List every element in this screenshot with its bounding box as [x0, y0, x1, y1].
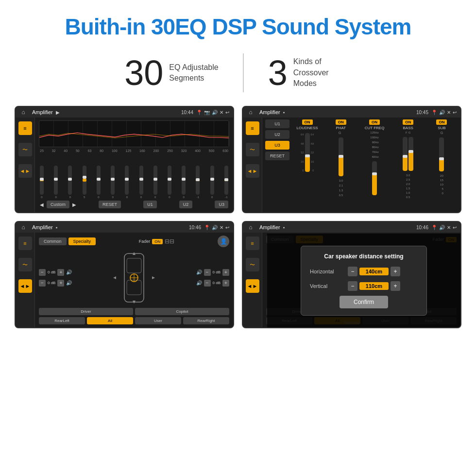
u1-btn[interactable]: U1 — [143, 201, 157, 208]
slider-track[interactable] — [68, 166, 72, 195]
eq-slider-2: 0 — [68, 166, 72, 199]
copilot-btn[interactable]: Copilot — [135, 308, 229, 315]
home-icon[interactable]: ⌂ — [247, 223, 255, 231]
vertical-minus-btn[interactable]: − — [348, 281, 357, 291]
vol-tl-minus[interactable]: − — [39, 269, 46, 276]
u2-btn[interactable]: U2 — [179, 201, 193, 208]
slider-track[interactable] — [54, 166, 58, 195]
crossover-sidebar-vol[interactable]: ◄► — [246, 164, 259, 178]
slider-thumb — [210, 178, 214, 181]
vol-br-plus[interactable]: + — [222, 280, 229, 287]
next-icon[interactable]: ▶ — [72, 202, 76, 207]
rearright-btn[interactable]: RearRight — [183, 317, 229, 324]
freq-25: 25 — [40, 149, 44, 152]
freq-250: 250 — [167, 149, 173, 152]
vol-bl-minus[interactable]: − — [39, 280, 46, 287]
eq-sidebar-eq-btn[interactable]: ≡ — [18, 121, 32, 135]
vertical-plus-btn[interactable]: + — [391, 281, 400, 291]
common-btn[interactable]: Common — [39, 237, 67, 245]
reset-btn[interactable]: RESET — [99, 201, 121, 208]
car-svg — [112, 251, 156, 304]
prev-icon[interactable]: ◀ — [40, 202, 44, 207]
crossover-reset-btn[interactable]: RESET — [265, 152, 289, 160]
slider-track[interactable] — [97, 166, 101, 195]
horizontal-row: Horizontal − 140cm + — [310, 267, 418, 276]
distance-sidebar-wave[interactable]: 〜 — [246, 258, 259, 271]
channel-phat: ON PHAT G 3.02.1 1.30.5 — [325, 119, 357, 210]
phat-slider[interactable] — [339, 137, 343, 176]
slider-track[interactable] — [224, 166, 228, 195]
home-icon[interactable]: ⌂ — [19, 108, 27, 116]
fader-on-badge[interactable]: ON — [152, 239, 163, 244]
crossover-time: 10:45 — [416, 110, 428, 115]
user-btn[interactable]: User — [135, 317, 181, 324]
speaker-sidebar-wave[interactable]: 〜 — [18, 258, 32, 271]
eq-back-icon[interactable]: ↩ — [225, 110, 229, 115]
vol-tl-plus[interactable]: + — [57, 269, 64, 276]
eq-sidebar-wave-btn[interactable]: 〜 — [18, 143, 32, 156]
crossover-u1-btn[interactable]: U1 — [265, 119, 289, 128]
crossover-content: ≡ 〜 ◄► U1 U2 U3 RESET — [243, 118, 460, 212]
crossover-sidebar-wave[interactable]: 〜 — [246, 143, 259, 156]
profile-icon[interactable]: 👤 — [218, 236, 229, 247]
sub-slider[interactable] — [439, 137, 444, 171]
distance-sidebar-vol[interactable]: ◄► — [246, 279, 259, 293]
cutfreq-slider[interactable] — [372, 161, 377, 195]
slider-track[interactable] — [111, 166, 115, 195]
vol-tr-minus[interactable]: − — [204, 269, 211, 276]
crossover-u2-btn[interactable]: U2 — [265, 130, 289, 139]
rearleft-btn[interactable]: RearLeft — [39, 317, 85, 324]
u3-btn[interactable]: U3 — [215, 201, 228, 208]
slider-thumb — [111, 178, 115, 181]
specialty-btn[interactable]: Specialty — [68, 237, 96, 245]
freq-630: 630 — [222, 149, 228, 152]
left-volumes: − 0 dB + 🔊 − 0 dB + 🔊 — [39, 269, 72, 287]
home-icon[interactable]: ⌂ — [247, 108, 255, 116]
slider-track[interactable] — [83, 166, 86, 195]
speaker-sidebar-vol[interactable]: ◄► — [18, 279, 32, 293]
horizontal-minus-btn[interactable]: − — [348, 267, 357, 276]
car-diagram — [76, 251, 192, 304]
bass-sliders — [403, 135, 413, 173]
speaker-sidebar-eq[interactable]: ≡ — [18, 236, 32, 250]
slider-track[interactable] — [40, 166, 44, 195]
vol-tr-plus[interactable]: + — [222, 269, 229, 276]
all-btn[interactable]: All — [87, 317, 133, 324]
eq-sidebar-vol-btn[interactable]: ◄► — [18, 164, 32, 178]
slider-track[interactable] — [153, 166, 157, 195]
loudness-slider[interactable] — [305, 133, 310, 172]
slider-thumb — [139, 178, 143, 181]
bass-g-slider[interactable] — [408, 137, 413, 171]
fader-icon: ⊟⊟ — [165, 238, 174, 245]
distance-back-icon[interactable]: ↩ — [453, 225, 457, 230]
horizontal-plus-btn[interactable]: + — [391, 267, 400, 276]
crossover-back-icon[interactable]: ↩ — [453, 110, 457, 115]
driver-btn[interactable]: Driver — [39, 308, 133, 315]
freq-40: 40 — [64, 149, 68, 152]
sub-fill — [439, 160, 444, 172]
crossover-u3-btn[interactable]: U3 — [265, 141, 289, 150]
confirm-button[interactable]: Confirm — [340, 296, 388, 308]
phat-thumb — [339, 155, 343, 158]
speaker-back-icon[interactable]: ↩ — [225, 225, 229, 230]
eq-slider-8: 0 — [153, 166, 157, 199]
loudness-freq-labels-r: 6448 3216 0 — [311, 133, 314, 172]
home-icon[interactable]: ⌂ — [19, 223, 27, 231]
phat-fill — [339, 157, 343, 176]
slider-track[interactable] — [139, 166, 143, 195]
speaker-volume-icon: 🔊 — [212, 225, 218, 230]
vol-bl-plus[interactable]: + — [57, 280, 64, 287]
horizontal-value: 140cm — [359, 268, 389, 275]
freq-125: 125 — [125, 149, 131, 152]
bass-f-slider[interactable] — [403, 137, 408, 171]
slider-track[interactable] — [196, 166, 200, 195]
crossover-sidebar-eq[interactable]: ≡ — [246, 121, 259, 135]
slider-track[interactable] — [182, 166, 186, 195]
crossover-x-icon: ✕ — [447, 110, 451, 115]
vol-br-minus[interactable]: − — [204, 280, 211, 287]
slider-track[interactable] — [125, 166, 129, 195]
slider-track[interactable] — [168, 166, 171, 195]
slider-track[interactable] — [210, 166, 214, 195]
distance-sidebar-eq[interactable]: ≡ — [246, 236, 259, 250]
custom-btn[interactable]: Custom — [47, 201, 69, 208]
